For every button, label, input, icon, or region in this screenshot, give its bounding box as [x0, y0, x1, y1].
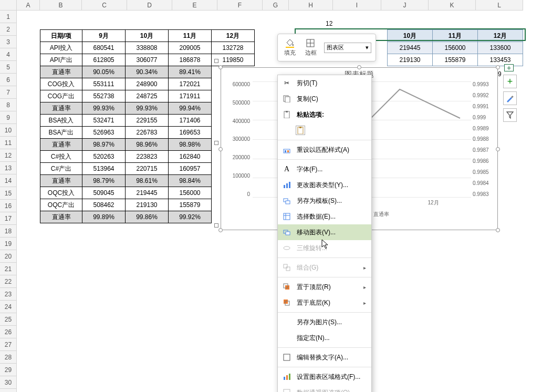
chart-handle[interactable] [218, 65, 223, 69]
svg-rect-15 [286, 183, 288, 188]
menu-assign-macro[interactable]: 指定宏(N)... [278, 330, 371, 346]
column-headers: ABCDEFGHIJKL [0, 0, 523, 11]
menu-change-chart-type[interactable]: 更改图表类型(Y)... [278, 177, 371, 193]
copy-icon [282, 94, 291, 104]
chart-y-axis-secondary: 0.99930.99920.99910.9990.99890.99880.998… [473, 81, 496, 197]
fill-button[interactable]: 填充 [282, 37, 298, 58]
chart-elements-button[interactable]: + [503, 75, 517, 88]
svg-rect-16 [289, 182, 290, 188]
border-icon [306, 38, 316, 48]
chart-handle[interactable] [496, 147, 500, 151]
paste-icon [296, 126, 305, 135]
menu-save-as-pic[interactable]: 另存为图片(S)... [278, 314, 371, 330]
chart-handle[interactable] [218, 228, 223, 232]
context-menu: ✂剪切(T) 复制(C) 粘贴选项: 重设以匹配样式(A) A字体(F)... … [277, 75, 372, 392]
selection-handle[interactable] [214, 59, 218, 63]
chart-filter-button[interactable] [503, 108, 517, 122]
move-chart-icon [282, 228, 291, 237]
format-icon [282, 372, 291, 381]
menu-select-data[interactable]: 选择数据(E)... [278, 209, 371, 224]
menu-bring-front[interactable]: 置于顶层(R)▸ [278, 279, 371, 295]
svg-rect-12 [285, 150, 286, 152]
autofill-plus-icon[interactable]: + [504, 64, 514, 71]
svg-rect-35 [284, 389, 290, 392]
chart-side-buttons: + [503, 75, 517, 122]
svg-rect-14 [284, 185, 285, 188]
formula-bar-value: 12 [326, 20, 332, 27]
menu-paste-options-label: 粘贴选项: [278, 107, 371, 122]
svg-point-24 [284, 246, 290, 250]
chart-handle[interactable] [496, 65, 500, 69]
svg-rect-32 [284, 377, 285, 380]
border-label: 边框 [305, 49, 317, 57]
send-back-icon [282, 298, 291, 307]
chevron-down-icon: ▾ [366, 44, 369, 51]
reset-style-icon [282, 145, 291, 154]
row-headers: 1234567891011121314151617181920212223242… [0, 11, 17, 392]
menu-font[interactable]: A字体(F)... [278, 161, 371, 177]
mini-format-toolbar: 填充 边框 图表区 ▾ [277, 34, 376, 61]
svg-rect-10 [299, 127, 301, 128]
svg-rect-27 [285, 285, 289, 290]
font-icon: A [282, 164, 291, 174]
chart-handle[interactable] [357, 65, 361, 69]
menu-format-chart-area[interactable]: 设置图表区域格式(F)... [278, 369, 371, 385]
svg-rect-31 [284, 354, 290, 360]
chart-y-axis-primary: 6000005000004000003000002000001000000 [224, 81, 250, 197]
menu-pivot-options: 数据透视图选项(O)... [278, 385, 371, 392]
select-data-icon [282, 212, 291, 221]
svg-rect-33 [286, 375, 288, 380]
menu-group: 组合(G)▸ [278, 260, 371, 275]
svg-rect-1 [286, 47, 294, 48]
data-table-right[interactable]: 10月11月12月2194451560001336002191301558791… [387, 29, 523, 66]
chevron-right-icon: ▸ [363, 300, 366, 306]
border-button[interactable]: 边框 [303, 37, 319, 58]
chevron-right-icon: ▸ [363, 284, 366, 290]
menu-3d-rotate: 三维旋转... [278, 240, 371, 256]
group-icon [282, 263, 291, 272]
svg-rect-6 [285, 97, 290, 102]
chart-handle[interactable] [218, 147, 223, 151]
svg-rect-29 [284, 300, 288, 304]
scissors-icon: ✂ [282, 78, 291, 88]
menu-copy[interactable]: 复制(C) [278, 91, 371, 107]
svg-rect-13 [287, 150, 289, 152]
clipboard-icon [282, 110, 291, 119]
svg-rect-25 [284, 264, 287, 268]
select-value: 图表区 [327, 44, 344, 51]
svg-rect-8 [286, 111, 288, 112]
chevron-right-icon: ▸ [363, 265, 366, 271]
save-template-icon [282, 196, 291, 205]
menu-paste-option-1[interactable] [278, 122, 371, 138]
chart-type-icon [282, 180, 291, 190]
pivot-icon [282, 388, 291, 392]
chart-element-select[interactable]: 图表区 ▾ [324, 43, 371, 53]
svg-rect-34 [289, 374, 290, 380]
legend-label: 直通率 [373, 211, 389, 217]
svg-rect-23 [286, 232, 290, 235]
selection-handle[interactable] [214, 223, 218, 228]
fill-label: 填充 [284, 49, 296, 57]
bring-front-icon [282, 282, 291, 292]
chart-handle[interactable] [496, 228, 500, 232]
rotate-3d-icon [282, 243, 291, 253]
paint-bucket-icon [285, 38, 295, 48]
selection-handle[interactable] [214, 141, 218, 145]
menu-edit-alt-text[interactable]: 编辑替换文字(A)... [278, 349, 371, 365]
svg-rect-18 [286, 201, 290, 204]
svg-rect-11 [284, 149, 290, 153]
svg-rect-26 [286, 267, 290, 271]
menu-move-chart[interactable]: 移动图表(V)... [278, 224, 371, 240]
svg-rect-19 [284, 213, 290, 220]
chart-styles-button[interactable] [503, 91, 517, 105]
menu-reset-style[interactable]: 重设以匹配样式(A) [278, 142, 371, 158]
alt-text-icon [282, 353, 291, 362]
menu-save-as-template[interactable]: 另存为模板(S)... [278, 193, 371, 209]
menu-send-back[interactable]: 置于底层(K)▸ [278, 295, 371, 311]
menu-cut[interactable]: ✂剪切(T) [278, 75, 371, 91]
